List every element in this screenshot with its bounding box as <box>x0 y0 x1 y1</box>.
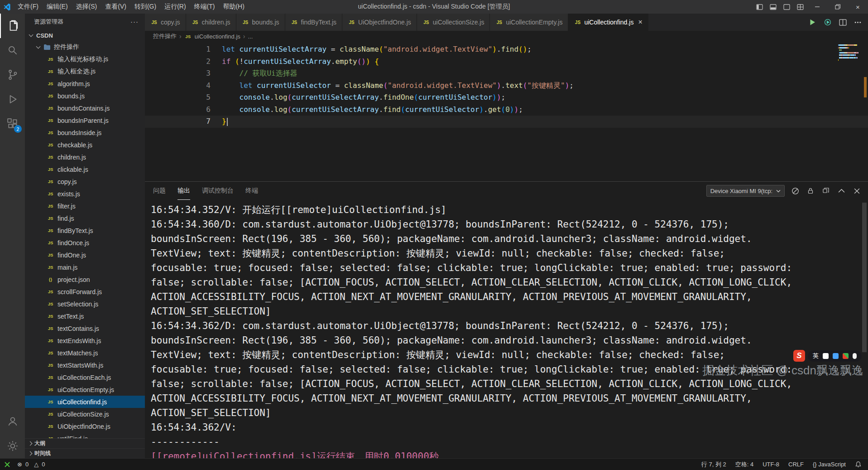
editor-tab[interactable]: JSbounds.js <box>236 14 285 31</box>
menu-item[interactable]: 查看(V) <box>101 0 130 14</box>
cursor-position[interactable]: 行 7, 列 2 <box>701 460 726 469</box>
file-tree-item[interactable]: JSboundsContains.js <box>25 102 145 114</box>
workspace-root-item[interactable]: CSDN <box>25 29 145 41</box>
run-file-button[interactable] <box>808 18 816 26</box>
file-tree-item[interactable]: JSUiObjectfindOne.js <box>25 420 145 432</box>
clear-output-button[interactable] <box>790 186 800 196</box>
warnings-count[interactable]: 0 <box>42 461 45 468</box>
errors-count[interactable]: 0 <box>25 461 29 468</box>
ime-pen-icon[interactable] <box>823 353 829 359</box>
minimap[interactable] <box>838 44 862 62</box>
editor-tab[interactable]: JSuiCollectionfind.js× <box>568 14 648 31</box>
file-tree-item[interactable]: JSboundsInside.js <box>25 126 145 139</box>
file-tree-item[interactable]: JSuiCollectionfind.js <box>25 396 145 408</box>
panel-scrollbar[interactable] <box>862 203 867 352</box>
file-tree-item[interactable]: JS输入框全选.js <box>25 65 145 78</box>
file-tree-item[interactable]: JScheckable.js <box>25 139 145 151</box>
timeline-section-header[interactable]: 时间线 <box>25 448 145 458</box>
menu-item[interactable]: 编辑(E) <box>43 0 72 14</box>
editor-tab[interactable]: JSfindByText.js <box>285 14 343 31</box>
more-actions-button[interactable] <box>854 19 862 26</box>
menu-item[interactable]: 文件(F) <box>14 0 43 14</box>
auto-scroll-lock-button[interactable] <box>806 186 815 196</box>
settings-button[interactable] <box>0 434 25 458</box>
maximize-panel-button[interactable] <box>836 186 846 196</box>
outline-section-header[interactable]: 大纲 <box>25 438 145 448</box>
panel-tab[interactable]: 终端 <box>245 182 258 200</box>
menu-item[interactable]: 帮助(H) <box>219 0 248 14</box>
file-tree-item[interactable]: JScopy.js <box>25 175 145 188</box>
close-panel-button[interactable] <box>852 186 862 196</box>
editor-tab[interactable]: JScopy.js <box>145 14 186 31</box>
ime-logo-icon[interactable]: S <box>793 350 805 362</box>
panel-tab[interactable]: 调试控制台 <box>202 182 234 200</box>
folder-tree-item[interactable]: 控件操作 <box>25 41 145 53</box>
restore-button[interactable] <box>827 0 848 14</box>
file-tree-item[interactable]: JSuiCollectionEmpty.js <box>25 383 145 396</box>
file-tree-item[interactable]: JSuiCollectionEach.js <box>25 371 145 383</box>
file-tree-item[interactable]: JSalgorithm.js <box>25 78 145 90</box>
close-icon[interactable]: × <box>638 19 642 26</box>
menu-item[interactable]: 终端(T) <box>190 0 219 14</box>
editor-tab[interactable]: JSUiObjectfindOne.js <box>342 14 417 31</box>
toggle-panel-button[interactable] <box>766 0 780 14</box>
panel-tab[interactable]: 输出 <box>177 182 190 200</box>
accounts-button[interactable] <box>0 409 25 434</box>
file-tree-item[interactable]: JStextContains.js <box>25 322 145 334</box>
device-selector-dropdown[interactable]: Device Xiaomi MI 9(tcp: <box>706 185 785 197</box>
warnings-icon[interactable]: △ <box>34 461 38 468</box>
run-debug-button[interactable] <box>0 87 25 111</box>
file-tree-item[interactable]: JSclickable.js <box>25 163 145 175</box>
breadcrumb-symbol[interactable]: ... <box>248 33 253 40</box>
breadcrumb-folder[interactable]: 控件操作 <box>153 32 177 40</box>
indentation[interactable]: 空格: 4 <box>735 460 753 469</box>
file-tree-item[interactable]: JSfindByText.js <box>25 224 145 237</box>
file-tree-item[interactable]: JSfindOnce.js <box>25 237 145 249</box>
file-tree-item[interactable]: JSsetSelection.js <box>25 298 145 310</box>
editor-tab[interactable]: JSchildren.js <box>186 14 236 31</box>
errors-icon[interactable]: ⊗ <box>17 461 22 468</box>
split-editor-button[interactable] <box>839 19 847 26</box>
minimize-button[interactable] <box>807 0 827 14</box>
extensions-button[interactable]: 2 <box>0 111 25 136</box>
output-content[interactable]: 16:54:34.352/V: 开始运行[[remote]uiCollectio… <box>145 200 868 458</box>
menu-item[interactable]: 转到(G) <box>130 0 160 14</box>
eol-sequence[interactable]: CRLF <box>788 461 804 468</box>
panel-tab[interactable]: 问题 <box>153 182 166 200</box>
file-tree-item[interactable]: JStextEndsWith.js <box>25 334 145 347</box>
editor-tab[interactable]: JSuiCollectionSize.js <box>417 14 490 31</box>
file-tree-item[interactable]: JSfilter.js <box>25 200 145 212</box>
ime-mic-icon[interactable] <box>853 353 857 359</box>
file-tree-item[interactable]: JSchildren.js <box>25 151 145 163</box>
file-tree-item[interactable]: JStextMatches.js <box>25 347 145 359</box>
customize-layout-button[interactable] <box>793 0 807 14</box>
code-editor[interactable]: 1let currentUiSelectArray = className("a… <box>145 42 868 181</box>
file-tree-item[interactable]: JSbounds.js <box>25 90 145 102</box>
editor-tab[interactable]: JSuiCollectionEmpty.js <box>490 14 568 31</box>
file-tree[interactable]: CSDN 控件操作 JS输入框光标移动.jsJS输入框全选.jsJSalgori… <box>25 29 145 438</box>
file-tree-item[interactable]: JS输入框光标移动.js <box>25 53 145 65</box>
file-tree-item[interactable]: JSfindOne.js <box>25 249 145 261</box>
remote-indicator-icon[interactable] <box>3 461 12 468</box>
menu-item[interactable]: 选择(S) <box>72 0 101 14</box>
file-tree-item[interactable]: JStextStartsWith.js <box>25 359 145 371</box>
menu-item[interactable]: 运行(R) <box>160 0 190 14</box>
file-tree-item[interactable]: JSuntilFind.js <box>25 432 145 438</box>
notifications-bell-icon[interactable] <box>855 461 862 468</box>
open-output-in-editor-button[interactable] <box>821 186 831 196</box>
file-tree-item[interactable]: JSboundsInParent.js <box>25 114 145 126</box>
toggle-sidebar-button[interactable] <box>753 0 766 14</box>
run-on-device-button[interactable] <box>824 18 832 26</box>
source-control-button[interactable] <box>0 63 25 87</box>
file-tree-item[interactable]: JSexists.js <box>25 188 145 200</box>
breadcrumb-file[interactable]: uiCollectionfind.js <box>195 33 240 40</box>
explorer-button[interactable] <box>0 14 25 38</box>
close-window-button[interactable]: × <box>848 0 868 14</box>
file-tree-item[interactable]: JSuiCollectionSize.js <box>25 408 145 420</box>
file-tree-item[interactable]: JSscrollForward.js <box>25 286 145 298</box>
file-tree-item[interactable]: JSfind.js <box>25 212 145 224</box>
encoding[interactable]: UTF-8 <box>762 461 779 468</box>
file-tree-item[interactable]: JSmain.js <box>25 261 145 273</box>
ime-toolbox-icon[interactable] <box>843 353 849 359</box>
search-button[interactable] <box>0 38 25 63</box>
